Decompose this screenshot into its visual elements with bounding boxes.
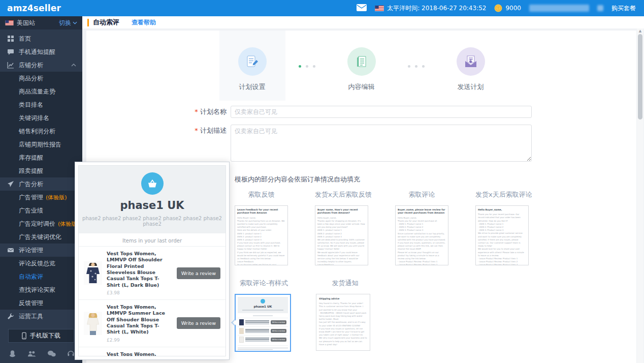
- sidebar-item-ad-manage[interactable]: 广告管理(体验版): [0, 191, 82, 204]
- sidebar-menu: 首页 手机通知提醒 店铺分析 商品分析 商品流量走势 类目排名 关键词排名 销售…: [0, 29, 82, 325]
- scrollbar[interactable]: ▲: [637, 28, 643, 363]
- plan-form: 计划名称 计划描述: [86, 106, 636, 162]
- site-label: 美国站: [17, 19, 35, 27]
- sidebar-item-keyword-rank[interactable]: 关键词排名: [0, 111, 82, 125]
- product-info: Vest Tops Women, LMMVP Chiffon Lace Slee…: [107, 351, 172, 356]
- sidebar-item-periodic-report[interactable]: 店铺周期性报告: [0, 138, 82, 151]
- help-link[interactable]: 查看帮助: [132, 18, 156, 27]
- sidebar-item-home[interactable]: 首页: [0, 32, 82, 45]
- timezone-label: 太平洋时间: 2018-06-27 20:43:52: [387, 4, 486, 13]
- social-bar: [0, 346, 82, 363]
- plan-desc-textarea[interactable]: [231, 125, 532, 162]
- sidebar-item-ad-keyword-optimize[interactable]: 广告关键词优化: [0, 230, 82, 244]
- site-switch[interactable]: 切换: [59, 19, 77, 27]
- sidebar-item-product-traffic[interactable]: 商品流量走势: [0, 85, 82, 98]
- sidebar-item-stock-alert[interactable]: 库存提醒: [0, 151, 82, 164]
- wechat-icon[interactable]: [47, 350, 56, 357]
- template-request-review[interactable]: 索取评论 Buyer_name, please leave review for…: [395, 190, 448, 265]
- account-name-blurred[interactable]: [529, 5, 589, 12]
- tab-auto-review[interactable]: 自动索评: [87, 18, 119, 27]
- template-card[interactable]: Shipping advice Hey found in cherry, Tha…: [316, 294, 370, 351]
- template-card[interactable]: Hello Buyer_name, Thank you for your rec…: [475, 205, 529, 265]
- mini-product-row: Write a review: [238, 326, 288, 335]
- template-card[interactable]: Buyer name, How's your recent purchases …: [315, 205, 368, 265]
- chevron-up-icon: [71, 64, 76, 67]
- points-value: 9000: [505, 5, 521, 12]
- buy-plan-link[interactable]: 购买套餐: [611, 4, 636, 13]
- sidebar: 美国站 切换 首页 手机通知提醒 店铺分析 商品分析 商品流量走势 类目排名 关…: [0, 16, 82, 363]
- sidebar-item-auto-review-request[interactable]: 自动索评: [0, 270, 82, 283]
- basket-icon: [141, 172, 164, 195]
- points-group[interactable]: 9000: [494, 4, 521, 12]
- sidebar-section-operation-tools[interactable]: 运营工具: [0, 310, 82, 323]
- product-title: Vest Tops Women, LMMVP Off Shoulder Flor…: [107, 251, 172, 288]
- write-review-button[interactable]: Write a review: [177, 317, 220, 329]
- app-logo[interactable]: amz4seller: [0, 3, 82, 13]
- mobile-app-download-button[interactable]: 手机版下载: [8, 329, 74, 343]
- sidebar-item-hijack-alert[interactable]: 跟卖提醒: [0, 164, 82, 177]
- template-preview-popup: phase1 UK phase2 phase2 phase2 phase2 ph…: [75, 162, 230, 360]
- us-flag-icon: [5, 20, 14, 25]
- write-review-button[interactable]: Write a review: [177, 267, 220, 279]
- template-note: 模板内的部分内容会依据订单情况自动填充: [235, 175, 636, 184]
- wizard-stepper: 计划设置 内容编辑 发送计划: [86, 31, 636, 101]
- product-info: Vest Tops Women, LMMVP Summer Lace Off S…: [107, 304, 172, 343]
- step3-circle: [457, 47, 485, 76]
- product-row: Vest Tops Women, LMMVP Off Shoulder Flor…: [79, 246, 226, 299]
- sidebar-section-shop-analysis[interactable]: 店铺分析: [0, 58, 82, 72]
- template-card[interactable]: Buyer_name, please leave review for your…: [395, 205, 448, 265]
- sidebar-item-category-rank[interactable]: 类目排名: [0, 98, 82, 111]
- mail-icon[interactable]: [357, 4, 367, 13]
- scrollbar-up-arrow[interactable]: ▲: [637, 28, 643, 34]
- template-review-after-x-days[interactable]: 发货x天后索取评论 Hello Buyer_name, Thank you fo…: [475, 190, 529, 265]
- account-caret-blurred[interactable]: [597, 5, 603, 11]
- paper-plane-icon: [7, 180, 14, 188]
- step1-circle: [238, 47, 267, 76]
- page: { "topbar": { "logo": "amz4seller", "tim…: [0, 0, 644, 363]
- sidebar-item-ad-performance[interactable]: 广告业绩: [0, 204, 82, 217]
- step-plan-settings[interactable]: 计划设置: [219, 31, 285, 101]
- product-image: [84, 261, 102, 285]
- sidebar-item-mobile-notify[interactable]: 手机通知提醒: [0, 45, 82, 58]
- sidebar-item-ad-schedule-price[interactable]: 广告定时调价(体验版): [0, 217, 82, 230]
- template-card[interactable]: Leave Feedback for your recent purchase …: [235, 205, 288, 265]
- group-icon[interactable]: [27, 350, 36, 357]
- sidebar-section-ad-analysis[interactable]: 广告分析: [0, 177, 82, 191]
- send-mail-icon: [464, 54, 478, 69]
- template-feedback-after-x-days[interactable]: 发货x天后索取反馈 Buyer name, How's your recent …: [315, 190, 368, 265]
- qq-icon[interactable]: [8, 350, 17, 357]
- sidebar-item-profit-analysis[interactable]: 销售利润分析: [0, 125, 82, 138]
- write-review-button[interactable]: Write a review: [271, 338, 286, 342]
- step-send-plan[interactable]: 发送计划: [438, 31, 504, 101]
- sidebar-item-find-reviewer[interactable]: 查找评论买家: [0, 283, 82, 296]
- sidebar-item-feedback-manage[interactable]: 反馈管理: [0, 296, 82, 310]
- store-name: phase1 UK: [79, 199, 226, 211]
- step2-label: 内容编辑: [348, 82, 375, 92]
- mini-product-row: Write a review: [238, 318, 288, 326]
- template-shipping-notice[interactable]: 发货通知 Shipping advice Hey found in cherry…: [316, 279, 374, 352]
- sidebar-section-review-manage[interactable]: 评论管理: [0, 244, 82, 257]
- page-tabbar: 自动索评 查看帮助: [82, 16, 644, 28]
- step-content-edit[interactable]: 内容编辑: [329, 31, 395, 101]
- template-card-selected[interactable]: phase1 UK Write a review Write a review: [235, 294, 291, 352]
- product-price: £2.99: [107, 338, 172, 343]
- wrench-icon: [7, 313, 14, 320]
- tab-accent-mark: [87, 19, 89, 26]
- template-request-feedback[interactable]: 索取反馈 Leave Feedback for your recent purc…: [235, 190, 288, 265]
- template-styled-review[interactable]: 索取评论-有样式 phase1 UK Write a review: [235, 279, 293, 352]
- mini-preview-header: phase1 UK: [238, 297, 288, 313]
- product-info: Vest Tops Women, LMMVP Off Shoulder Flor…: [107, 251, 172, 295]
- stepper-dots-1: [299, 65, 315, 68]
- template-gallery: 索取反馈 Leave Feedback for your recent purc…: [235, 190, 636, 352]
- write-review-button[interactable]: Write a review: [271, 329, 286, 333]
- sidebar-item-review-overview[interactable]: 评论反馈总览: [0, 257, 82, 270]
- trial-badge: (体验版): [46, 194, 67, 201]
- scrollbar-thumb[interactable]: [638, 34, 642, 119]
- coin-icon: [494, 4, 502, 12]
- write-review-button[interactable]: Write a review: [271, 320, 286, 324]
- sidebar-item-product-analysis[interactable]: 商品分析: [0, 72, 82, 85]
- headset-icon[interactable]: [67, 350, 75, 357]
- step1-label: 计划设置: [239, 82, 266, 92]
- step2-circle: [347, 47, 376, 76]
- plan-name-input[interactable]: [231, 106, 532, 118]
